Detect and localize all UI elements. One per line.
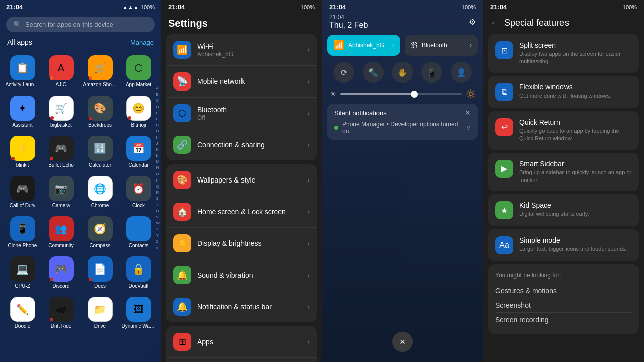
alphabet-letter[interactable]: M — [156, 159, 160, 164]
notification-close-button[interactable]: ✕ — [465, 109, 471, 117]
feature-item-smart-sidebar[interactable]: ▶Smart SidebarBring up a sidebar to quic… — [488, 153, 639, 192]
settings-item-apps[interactable]: ⊞Apps› — [166, 326, 317, 358]
alphabet-letter[interactable]: W — [156, 220, 160, 226]
list-item[interactable]: 📁Drive — [82, 294, 118, 332]
list-item[interactable]: 🖼Dynamic Wallp... — [120, 294, 157, 332]
alphabet-letter[interactable]: X — [156, 226, 160, 232]
brightness-track[interactable] — [340, 93, 462, 95]
alphabet-letter[interactable]: J — [156, 141, 160, 146]
alphabet-letter[interactable]: P — [156, 177, 160, 183]
settings-item-wifi[interactable]: 📶Wi-FiAbhishek_5G› — [166, 34, 317, 66]
feature-item-flexible-windows[interactable]: ⧉Flexible windowsGet more done with floa… — [488, 76, 639, 108]
list-item[interactable]: 📅Calendar — [120, 133, 157, 171]
list-item[interactable]: 🛒Amazon Shop... — [82, 52, 118, 90]
alphabet-letter[interactable]: A — [156, 85, 160, 91]
alphabet-letter[interactable]: U — [156, 208, 160, 214]
alphabet-letter[interactable]: H — [156, 128, 160, 134]
list-item[interactable]: 🌐Chrome — [82, 173, 118, 211]
list-item[interactable]: 📷Camera — [43, 173, 79, 211]
settings-item-wallpaper[interactable]: 🎨Wallpapers & style› — [166, 164, 317, 196]
settings-item-bluetooth[interactable]: ⬡BluetoothOff› — [166, 98, 317, 129]
list-item[interactable]: 🎨Backdrops — [82, 93, 118, 131]
alphabet-letter[interactable]: # — [156, 245, 160, 250]
quick-icon-flashlight[interactable]: 🔦 — [363, 62, 384, 83]
list-item[interactable]: 📋Activity Launc... — [4, 52, 41, 90]
settings-item-sound[interactable]: 🔔Sound & vibration› — [166, 259, 317, 291]
alphabet-letter[interactable]: Z — [156, 239, 160, 244]
list-item[interactable]: 🧭Compass — [82, 213, 118, 251]
app-icon: 🛒 — [88, 55, 113, 80]
brightness-knob — [411, 90, 418, 98]
settings-item-title: Home screen & Lock screen — [197, 208, 301, 216]
back-button[interactable]: ← — [490, 18, 499, 28]
alphabet-letter[interactable]: O — [156, 171, 160, 177]
alphabet-letter[interactable]: R — [156, 190, 160, 195]
list-item[interactable]: 👤Contacts — [120, 213, 157, 251]
feature-text: Split screenDisplay two apps on the scre… — [519, 41, 632, 66]
alphabet-letter[interactable]: S — [156, 196, 160, 201]
list-item[interactable]: ⏰Clock — [120, 173, 157, 211]
list-item[interactable]: 🛒bigbasket — [43, 93, 79, 131]
alphabet-letter[interactable]: N — [156, 165, 160, 170]
close-fab-button[interactable]: × — [392, 332, 413, 352]
manage-button[interactable]: Manage — [130, 39, 154, 46]
alphabet-letter[interactable]: E — [156, 110, 160, 116]
list-item[interactable]: 🏎Drift Ride — [43, 294, 79, 332]
settings-gear-icon[interactable]: ⚙ — [469, 17, 476, 27]
feature-item-simple-mode[interactable]: AaSimple modeLarger text, bigger icons a… — [488, 229, 639, 261]
settings-item-connection[interactable]: 🔗Connection & sharing› — [166, 129, 317, 160]
list-item[interactable]: 👥Community — [43, 213, 79, 251]
list-item[interactable]: AAJIO — [43, 52, 79, 90]
looking-for-item[interactable]: Screenshot — [495, 298, 632, 313]
app-label: CPU-Z — [15, 283, 30, 289]
alphabet-letter[interactable]: I — [156, 135, 160, 140]
list-item[interactable]: 🎮Call of Duty — [4, 173, 41, 211]
quick-icon-hand[interactable]: ✋ — [392, 62, 413, 83]
settings-item-password[interactable]: 🔒Password & security› — [166, 358, 317, 362]
list-item[interactable]: 📄Docs — [82, 253, 118, 292]
settings-item-mobile[interactable]: 📡Mobile network› — [166, 66, 317, 98]
looking-for-item[interactable]: Screen recording — [495, 313, 632, 327]
search-bar[interactable]: 🔍 Search for apps on this device — [6, 17, 155, 32]
alphabet-letter[interactable]: Q — [156, 184, 160, 189]
app-icon: 📷 — [49, 176, 74, 201]
quick-icon-rotate[interactable]: ⟳ — [333, 62, 354, 83]
list-item[interactable]: 🎮Bullet Echo — [43, 133, 79, 171]
feature-item-split-screen[interactable]: ⊡Split screenDisplay two apps on the scr… — [488, 34, 639, 73]
notification-item[interactable]: Phone Manager • Developer options turned… — [334, 121, 471, 135]
alphabet-letter[interactable]: G — [156, 122, 160, 128]
quick-icon-user[interactable]: 👤 — [451, 62, 472, 83]
settings-item-homescreen[interactable]: 🏠Home screen & Lock screen› — [166, 196, 317, 228]
alphabet-letter[interactable]: B — [156, 92, 160, 97]
list-item[interactable]: 🎮Discord — [43, 253, 79, 292]
list-item[interactable]: 💻CPU-Z — [4, 253, 41, 292]
list-item[interactable]: ✦Assistant — [4, 93, 41, 131]
alphabet-letter[interactable]: V — [156, 214, 160, 220]
list-item[interactable]: 😊Bitmoji — [120, 93, 157, 131]
list-item[interactable]: 🔢Calculator — [82, 133, 118, 171]
feature-icon-flexible-windows: ⧉ — [495, 83, 513, 101]
feature-text: Simple modeLarger text, bigger icons and… — [519, 236, 627, 253]
alphabet-letter[interactable]: L — [156, 153, 160, 158]
list-item[interactable]: ⬡App Market — [120, 52, 157, 90]
alphabet-letter[interactable]: Y — [156, 233, 160, 238]
list-item[interactable]: ✏️Doodle — [4, 294, 41, 332]
alphabet-letter[interactable]: T — [156, 202, 160, 208]
settings-item-display[interactable]: ☀️Display & brightness› — [166, 228, 317, 259]
feature-card: ★Kid SpaceDigital wellbeing starts early… — [488, 194, 639, 226]
settings-item-notification[interactable]: 🔔Notification & status bar› — [166, 291, 317, 322]
list-item[interactable]: ⚡blinkit — [4, 133, 41, 171]
wifi-tile[interactable]: 📶 Abhishek_5G › — [327, 35, 400, 56]
feature-item-kid-space[interactable]: ★Kid SpaceDigital wellbeing starts early… — [488, 194, 639, 226]
looking-for-item[interactable]: Gestures & motions — [495, 284, 632, 298]
list-item[interactable]: 📱Clone Phone — [4, 213, 41, 251]
feature-item-quick-return[interactable]: ↩Quick ReturnQuickly go back to an app b… — [488, 111, 639, 150]
list-item[interactable]: 🔒DocVault — [120, 253, 157, 292]
alphabet-letter[interactable]: C — [156, 98, 160, 103]
alphabet-letter[interactable]: D — [156, 104, 160, 110]
quick-icon-phone[interactable]: 📱 — [421, 62, 442, 83]
alphabet-letter[interactable]: K — [156, 147, 160, 152]
time-settings: 21:04 — [168, 3, 185, 11]
alphabet-letter[interactable]: F — [156, 116, 160, 122]
bluetooth-tile[interactable]: 𝔅 Bluetooth › — [405, 35, 478, 56]
